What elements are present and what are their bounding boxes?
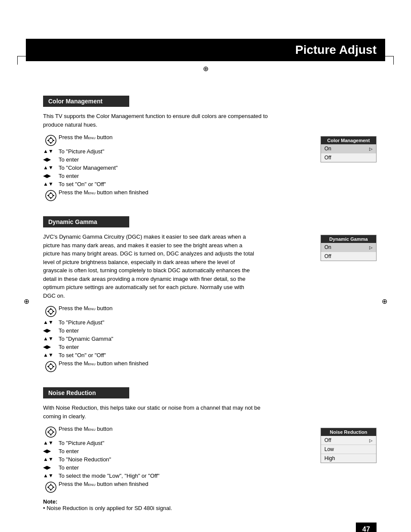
- color-management-instructions: Press the Menu button ▲▼ To "Picture Adj…: [43, 134, 377, 203]
- step-text: To set "On" or "Off": [59, 352, 312, 358]
- arrow-ud: ▲▼: [43, 456, 59, 462]
- menu-box-header: Color Management: [321, 137, 376, 144]
- step-row: ◀▶ To enter: [43, 464, 312, 471]
- page-number-box: 47: [356, 523, 377, 532]
- color-management-menu-box: Color Management On ▷ Off: [321, 136, 377, 162]
- svg-rect-22: [50, 363, 51, 365]
- step-row: ▲▼ To set "On" or "Off": [43, 352, 312, 358]
- menu-button-icon: [45, 134, 57, 146]
- step-row: ▲▼ To "Noise Reduction": [43, 456, 312, 463]
- step-text: Press the Menu button: [59, 426, 312, 432]
- corner-mark-tr: [385, 56, 394, 65]
- svg-rect-21: [53, 366, 54, 367]
- step-row: ▲▼ To set "On" or "Off": [43, 181, 312, 187]
- cursor-arrow: ▷: [369, 438, 373, 443]
- step-row: ◀▶ To enter: [43, 173, 312, 179]
- main-content: Color Management This TV supports the Co…: [43, 96, 377, 511]
- svg-rect-34: [50, 484, 51, 485]
- step-text: To "Picture Adjust": [59, 319, 312, 326]
- step-row: ▲▼ To "Dynamic Gamma": [43, 336, 312, 342]
- step-text: To "Noise Reduction": [59, 456, 312, 463]
- menu-icon-cell: [43, 426, 59, 438]
- svg-rect-35: [50, 489, 51, 491]
- dynamic-gamma-desc: JVC's Dynamic Gamma Circuitry (DGC) make…: [43, 233, 254, 300]
- svg-rect-10: [50, 192, 51, 194]
- menu-icon-cell: [43, 481, 59, 493]
- svg-point-6: [46, 190, 56, 201]
- corner-mark-tl: [17, 56, 26, 65]
- menu-box-item-on: On ▷: [321, 144, 376, 153]
- svg-point-25: [49, 430, 53, 434]
- reg-mark-top: ⊕: [203, 65, 209, 73]
- arrow-ud: ▲▼: [43, 165, 59, 171]
- svg-rect-5: [50, 142, 51, 144]
- step-row: ◀▶ To enter: [43, 327, 312, 334]
- step-row: ▲▼ To "Picture Adjust": [43, 148, 312, 155]
- svg-rect-15: [53, 311, 54, 312]
- svg-rect-23: [50, 368, 51, 370]
- step-row: Press the Menu button when finished: [43, 360, 312, 373]
- svg-rect-4: [50, 137, 51, 139]
- menu-button-icon: [45, 426, 57, 438]
- menu-box-item-off: Off: [321, 153, 376, 162]
- step-text: To "Picture Adjust": [59, 440, 312, 446]
- menu-box-item-off: Off ▷: [321, 436, 376, 445]
- noise-reduction-header: Noise Reduction: [43, 387, 129, 398]
- step-text: To enter: [59, 173, 312, 179]
- step-text: To set "On" or "Off": [59, 181, 312, 187]
- svg-point-12: [46, 306, 56, 317]
- arrow-lr: ◀▶: [43, 448, 59, 454]
- menu-button-icon: [45, 481, 57, 493]
- note-text: • Noise Reduction is only applied for SD…: [43, 505, 377, 511]
- dynamic-gamma-steps: Press the Menu button ▲▼ To "Picture Adj…: [43, 305, 312, 373]
- svg-point-19: [49, 364, 53, 369]
- step-text: To enter: [59, 327, 312, 334]
- reg-mark-right: ⊕: [382, 297, 387, 305]
- noise-reduction-desc: With Noise Reduction, this helps take ou…: [43, 404, 271, 420]
- dynamic-gamma-desc-and-steps: JVC's Dynamic Gamma Circuitry (DGC) make…: [43, 233, 312, 374]
- step-text: To "Picture Adjust": [59, 148, 312, 155]
- page-title: Picture Adjust: [26, 39, 385, 61]
- dynamic-gamma-section: Dynamic Gamma JVC's Dynamic Gamma Circui…: [43, 216, 377, 374]
- menu-icon-cell: [43, 134, 59, 146]
- step-text: Press the Menu button when finished: [59, 360, 312, 367]
- menu-button-icon: [45, 361, 57, 373]
- svg-rect-8: [47, 195, 49, 196]
- step-text: To enter: [59, 156, 312, 163]
- menu-box-item-high: High: [321, 454, 376, 463]
- noise-reduction-steps: Press the Menu button ▲▼ To "Picture Adj…: [43, 426, 312, 495]
- dynamic-gamma-instructions-area: JVC's Dynamic Gamma Circuitry (DGC) make…: [43, 233, 377, 374]
- menu-button-icon: [45, 190, 57, 202]
- noise-reduction-instructions: Press the Menu button ▲▼ To "Picture Adj…: [43, 426, 377, 495]
- menu-box-header: Noise Reduction: [321, 428, 376, 436]
- arrow-ud: ▲▼: [43, 148, 59, 154]
- arrow-ud: ▲▼: [43, 336, 59, 342]
- menu-icon-cell: [43, 305, 59, 317]
- cursor-arrow: ▷: [369, 245, 373, 250]
- step-row: ▲▼ To "Color Management": [43, 165, 312, 171]
- step-row: ▲▼ To "Picture Adjust": [43, 440, 312, 446]
- arrow-ud: ▲▼: [43, 473, 59, 479]
- step-row: Press the Menu button: [43, 305, 312, 317]
- step-text: Press the Menu button when finished: [59, 189, 312, 196]
- dynamic-gamma-menu-box: Dynamic Gamma On ▷ Off: [321, 235, 377, 261]
- dynamic-gamma-header: Dynamic Gamma: [43, 216, 129, 227]
- step-row: Press the Menu button when finished: [43, 481, 312, 493]
- svg-point-1: [49, 138, 53, 143]
- svg-point-24: [46, 427, 56, 437]
- step-text: To enter: [59, 464, 312, 471]
- color-management-steps: Press the Menu button ▲▼ To "Picture Adj…: [43, 134, 312, 203]
- svg-rect-26: [47, 432, 49, 432]
- arrow-ud: ▲▼: [43, 319, 59, 325]
- step-row: Press the Menu button when finished: [43, 189, 312, 202]
- svg-point-13: [49, 309, 53, 314]
- noise-reduction-section: Noise Reduction With Noise Reduction, th…: [43, 387, 377, 511]
- svg-point-0: [46, 135, 56, 146]
- svg-rect-2: [47, 140, 49, 141]
- menu-box-item-low: Low: [321, 445, 376, 454]
- note-section: Note: • Noise Reduction is only applied …: [43, 498, 377, 511]
- step-text: To enter: [59, 448, 312, 454]
- svg-rect-9: [53, 195, 54, 196]
- step-text: Press the Menu button: [59, 134, 312, 140]
- menu-box-item-on: On ▷: [321, 243, 376, 252]
